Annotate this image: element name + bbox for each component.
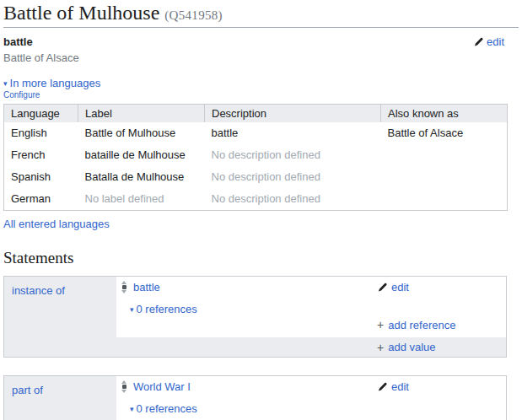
property-link[interactable]: instance of [12, 284, 65, 297]
aka-cell[interactable] [381, 166, 508, 188]
entity-label-heading: Battle of Mulhouse [3, 2, 159, 24]
column-header-aka: Also known as [381, 105, 508, 123]
mainsnak-row: battle edit [119, 281, 506, 293]
table-row-english: English Battle of Mulhouse battle Battle… [4, 122, 508, 144]
mainsnak-row: World War I edit [119, 380, 506, 393]
column-header-description: Description [205, 105, 381, 123]
label-cell[interactable]: bataille de Mulhouse [78, 144, 205, 166]
column-header-label: Label [78, 105, 205, 123]
statement-body: World War I edit ▾0 references + add ref… [116, 376, 506, 420]
page-title: Battle of Mulhouse (Q541958) [3, 0, 519, 28]
statement-value-link[interactable]: battle [133, 281, 160, 293]
references-toggle[interactable]: ▾0 references [130, 303, 506, 315]
entity-id: (Q541958) [164, 8, 223, 22]
entity-page: Battle of Mulhouse (Q541958) battle Batt… [0, 0, 522, 420]
pencil-icon [377, 283, 387, 293]
references-count-link[interactable]: 0 references [137, 303, 197, 315]
description-cell[interactable]: battle [205, 122, 381, 144]
pencil-icon [473, 37, 483, 47]
plus-icon: + [377, 342, 384, 353]
all-entered-languages-link[interactable]: All entered languages [3, 218, 110, 230]
terms-language-table: Language Label Description Also known as… [3, 104, 508, 211]
statement-group-instance-of: instance of battle edit ▾0 refe [3, 276, 507, 358]
add-value-button[interactable]: + add value [377, 341, 506, 353]
add-reference-link[interactable]: add reference [388, 319, 455, 331]
table-row-german: German No label defined No description d… [4, 188, 508, 211]
statement-edit-link[interactable]: edit [391, 281, 409, 293]
rank-selector-icon[interactable] [121, 281, 126, 293]
table-row-spanish: Spanish Batalla de Mulhouse No descripti… [4, 166, 508, 188]
aka-cell[interactable]: Battle of Alsace [381, 122, 508, 144]
property-cell: instance of [4, 277, 116, 337]
statement-body: battle edit ▾0 references + add referenc… [116, 277, 506, 337]
language-cell: Spanish [4, 166, 78, 188]
references-toggle[interactable]: ▾0 references [130, 402, 506, 415]
statement-value-link[interactable]: World War I [133, 380, 191, 393]
reference-toolbar-row: + add reference [119, 317, 506, 332]
rank-selector-icon[interactable] [121, 380, 126, 393]
configure-link[interactable]: Configure [3, 90, 40, 100]
aka-cell[interactable] [381, 144, 508, 166]
rank-up-icon [121, 380, 126, 384]
label-cell[interactable]: Battle of Mulhouse [78, 122, 205, 144]
rank-normal-icon [122, 385, 126, 389]
entity-term-description: Battle of Alsace [3, 51, 519, 66]
property-cell: part of [4, 376, 116, 420]
add-value-link[interactable]: add value [388, 341, 435, 353]
statement-footer: + add value [4, 337, 506, 357]
description-cell[interactable]: No description defined [205, 166, 381, 188]
reference-toolbar-row: + add reference [119, 417, 506, 420]
column-header-language: Language [4, 105, 78, 123]
collapse-arrow-icon: ▾ [130, 405, 134, 413]
add-reference-button[interactable]: + add reference [377, 319, 506, 331]
entity-terms: battle Battle of Alsace edit [3, 28, 519, 66]
statements-heading: Statements [3, 249, 519, 268]
statement-group-part-of: part of World War I edit ▾0 ref [3, 375, 507, 420]
rank-down-icon [121, 290, 126, 293]
aka-cell[interactable] [381, 188, 508, 211]
in-more-languages-toggle[interactable]: ▾In more languages [3, 77, 519, 89]
collapse-arrow-icon: ▾ [3, 79, 8, 88]
statement-edit-link[interactable]: edit [391, 380, 409, 393]
table-header-row: Language Label Description Also known as [4, 105, 508, 123]
statement-edit-button[interactable]: edit [377, 380, 506, 393]
plus-icon: + [377, 319, 384, 331]
terms-edit-button[interactable]: edit [473, 35, 504, 48]
description-cell[interactable]: No description defined [205, 144, 381, 166]
terms-edit-link[interactable]: edit [487, 35, 504, 48]
label-cell[interactable]: Batalla de Mulhouse [78, 166, 205, 188]
statement-main: instance of battle edit ▾0 refe [4, 277, 506, 337]
language-cell: French [4, 144, 78, 166]
rank-up-icon [121, 281, 126, 284]
property-link[interactable]: part of [12, 384, 43, 396]
language-cell: German [4, 188, 78, 211]
description-cell[interactable]: No description defined [205, 188, 381, 211]
statement-edit-button[interactable]: edit [377, 281, 506, 293]
entity-term-label: battle [3, 35, 519, 50]
rank-down-icon [121, 390, 126, 393]
configure-link-row: Configure [3, 90, 519, 100]
references-count-link[interactable]: 0 references [137, 402, 197, 415]
pencil-icon [377, 382, 387, 392]
in-more-languages-link[interactable]: In more languages [10, 77, 101, 89]
rank-normal-icon [122, 285, 126, 289]
table-row-french: French bataille de Mulhouse No descripti… [4, 144, 508, 166]
collapse-arrow-icon: ▾ [130, 305, 134, 314]
statement-main: part of World War I edit ▾0 ref [4, 376, 506, 420]
label-cell[interactable]: No label defined [78, 188, 205, 211]
language-cell: English [4, 122, 78, 144]
